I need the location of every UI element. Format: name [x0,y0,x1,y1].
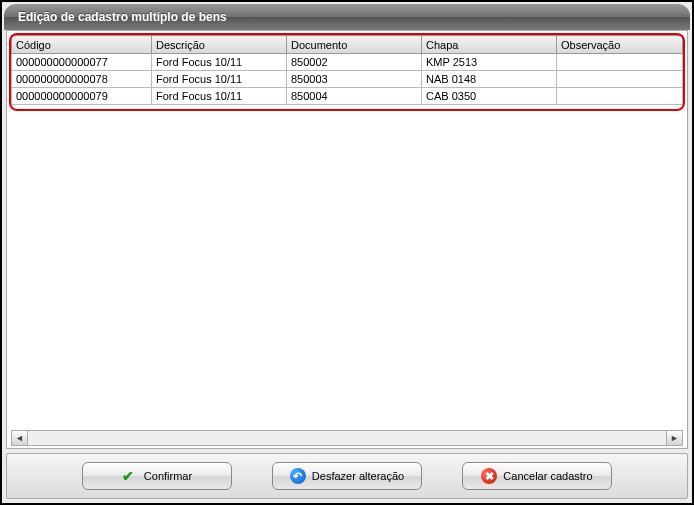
window-title: Edição de cadastro multiplo de bens [18,10,227,24]
chevron-left-icon: ◄ [15,433,24,443]
scroll-right-button[interactable]: ► [666,431,682,445]
cell-chapa[interactable]: KMP 2513 [422,54,557,71]
cell-documento[interactable]: 850002 [287,54,422,71]
asset-grid[interactable]: Código Descrição Documento Chapa Observa… [11,35,683,105]
scroll-track[interactable] [28,431,666,445]
cell-documento[interactable]: 850003 [287,71,422,88]
titlebar: Edição de cadastro multiplo de bens [4,4,690,30]
confirm-label: Confirmar [144,470,192,482]
confirm-button[interactable]: ✔ Confirmar [82,462,232,490]
col-header-descricao[interactable]: Descrição [152,36,287,54]
cell-observacao[interactable] [557,71,683,88]
undo-icon: ↶ [290,468,306,484]
scroll-left-button[interactable]: ◄ [12,431,28,445]
chevron-right-icon: ► [670,433,679,443]
grid-wrapper: Código Descrição Documento Chapa Observa… [11,35,683,105]
cancel-icon: ✖ [481,468,497,484]
cancel-button[interactable]: ✖ Cancelar cadastro [462,462,612,490]
cell-codigo[interactable]: 000000000000078 [12,71,152,88]
cell-chapa[interactable]: CAB 0350 [422,88,557,105]
horizontal-scrollbar[interactable]: ◄ ► [11,430,683,446]
table-row[interactable]: 000000000000078 Ford Focus 10/11 850003 … [12,71,683,88]
cell-observacao[interactable] [557,54,683,71]
window-inner: Edição de cadastro multiplo de bens Códi… [2,2,692,503]
check-icon: ✔ [122,468,138,484]
cell-observacao[interactable] [557,88,683,105]
cancel-label: Cancelar cadastro [503,470,592,482]
cell-chapa[interactable]: NAB 0148 [422,71,557,88]
cell-codigo[interactable]: 000000000000077 [12,54,152,71]
col-header-documento[interactable]: Documento [287,36,422,54]
col-header-observacao[interactable]: Observação [557,36,683,54]
table-row[interactable]: 000000000000079 Ford Focus 10/11 850004 … [12,88,683,105]
col-header-codigo[interactable]: Código [12,36,152,54]
undo-button[interactable]: ↶ Desfazer alteração [272,462,422,490]
content-area: Código Descrição Documento Chapa Observa… [6,30,688,449]
undo-label: Desfazer alteração [312,470,404,482]
cell-codigo[interactable]: 000000000000079 [12,88,152,105]
cell-descricao[interactable]: Ford Focus 10/11 [152,71,287,88]
cell-documento[interactable]: 850004 [287,88,422,105]
cell-descricao[interactable]: Ford Focus 10/11 [152,88,287,105]
window: Edição de cadastro multiplo de bens Códi… [0,0,694,505]
cell-descricao[interactable]: Ford Focus 10/11 [152,54,287,71]
col-header-chapa[interactable]: Chapa [422,36,557,54]
table-row[interactable]: 000000000000077 Ford Focus 10/11 850002 … [12,54,683,71]
button-bar: ✔ Confirmar ↶ Desfazer alteração ✖ Cance… [6,453,688,499]
grid-header-row: Código Descrição Documento Chapa Observa… [12,36,683,54]
